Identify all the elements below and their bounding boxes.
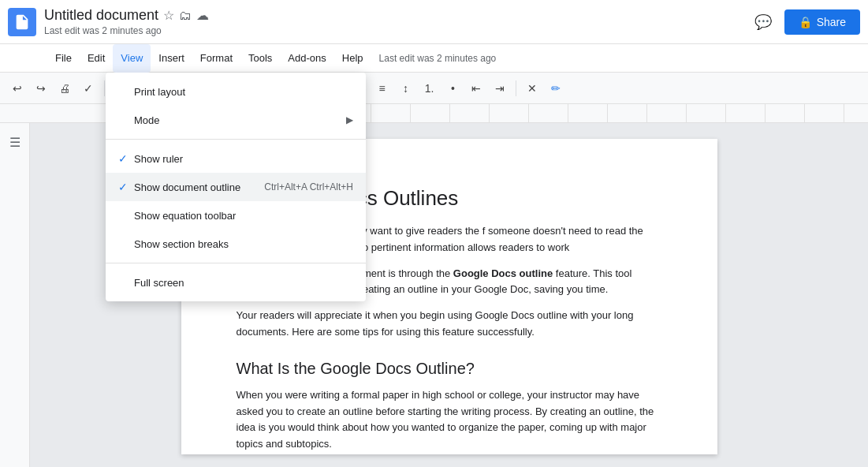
doc-para-2-bold: Google Docs outline — [453, 267, 553, 279]
sidebar-panel: ☰ — [0, 123, 30, 467]
show-outline-label: Show document outline — [134, 181, 248, 193]
share-button[interactable]: 🔒 Share — [784, 9, 860, 35]
doc-heading-2: What Is the Google Docs Outline? — [237, 360, 662, 378]
print-layout-label: Print layout — [134, 86, 353, 98]
show-section-label: Show section breaks — [134, 238, 353, 250]
menu-help[interactable]: Help — [334, 44, 371, 73]
toolbar-divider-1 — [104, 80, 105, 96]
doc-para-4: When you were writing a formal paper in … — [237, 387, 662, 453]
show-ruler-label: Show ruler — [134, 153, 353, 165]
menu-item-show-document-outline[interactable]: ✓ Show document outline Ctrl+Alt+A Ctrl+… — [106, 173, 366, 201]
redo-button[interactable]: ↪ — [30, 77, 52, 99]
menu-insert[interactable]: Insert — [151, 44, 192, 73]
numbered-list-button[interactable]: 1. — [418, 77, 440, 99]
folder-icon[interactable]: 🗂 — [179, 9, 192, 23]
view-menu-dropdown: ✓ Print layout ✓ Mode ▶ ✓ Show ruler ✓ S… — [106, 73, 366, 301]
doc-title: Untitled document — [44, 7, 158, 24]
line-spacing-button[interactable]: ↕ — [394, 77, 416, 99]
menu-item-print-layout[interactable]: ✓ Print layout — [106, 77, 366, 106]
menu-edit[interactable]: Edit — [80, 44, 113, 73]
align-button[interactable]: ≡ — [371, 77, 393, 99]
show-outline-shortcut: Ctrl+Alt+A Ctrl+Alt+H — [264, 181, 353, 192]
menu-item-show-section-breaks[interactable]: ✓ Show section breaks — [106, 230, 366, 258]
clear-format-button[interactable]: ✕ — [521, 77, 543, 99]
last-edit: Last edit was 2 minutes ago — [44, 25, 750, 36]
menu-item-mode[interactable]: ✓ Mode ▶ — [106, 106, 366, 134]
cloud-icon[interactable]: ☁ — [196, 8, 209, 23]
show-ruler-check: ✓ — [118, 152, 134, 165]
separator-1 — [106, 139, 366, 140]
edit-mode-button[interactable]: ✏ — [545, 77, 567, 99]
top-actions: 💬 🔒 Share — [750, 9, 860, 35]
show-equation-label: Show equation toolbar — [134, 210, 353, 222]
last-edit-menubar: Last edit was 2 minutes ago — [379, 53, 497, 64]
lock-icon: 🔒 — [799, 16, 812, 28]
docs-app-icon — [13, 13, 31, 31]
menu-format[interactable]: Format — [192, 44, 240, 73]
star-icon[interactable]: ☆ — [163, 8, 174, 23]
menu-tools[interactable]: Tools — [240, 44, 280, 73]
menu-bar: File Edit View Insert Format Tools Add-o… — [0, 44, 868, 73]
doc-title-row: Untitled document ☆ 🗂 ☁ — [44, 7, 750, 24]
menu-item-show-ruler[interactable]: ✓ Show ruler — [106, 144, 366, 173]
outline-icon[interactable]: ☰ — [4, 131, 26, 153]
app-icon[interactable] — [8, 8, 36, 36]
full-screen-label: Full screen — [134, 277, 353, 289]
undo-button[interactable]: ↩ — [6, 77, 28, 99]
comment-button[interactable]: 💬 — [750, 9, 777, 35]
separator-2 — [106, 263, 366, 263]
mode-submenu-arrow: ▶ — [346, 114, 353, 125]
toolbar-divider-5 — [516, 80, 516, 96]
menu-item-full-screen[interactable]: ✓ Full screen — [106, 268, 366, 297]
menu-item-show-equation-toolbar[interactable]: ✓ Show equation toolbar — [106, 201, 366, 230]
menu-view[interactable]: View — [113, 44, 151, 73]
doc-para-3: Your readers will appreciate it when you… — [237, 308, 662, 341]
menu-addons[interactable]: Add-ons — [280, 44, 333, 73]
spell-check-button[interactable]: ✓ — [77, 77, 99, 99]
mode-label: Mode — [134, 114, 346, 126]
bullet-list-button[interactable]: • — [441, 77, 464, 99]
top-bar: Untitled document ☆ 🗂 ☁ Last edit was 2 … — [0, 0, 868, 44]
indent-increase-button[interactable]: ⇥ — [489, 77, 511, 99]
indent-decrease-button[interactable]: ⇤ — [465, 77, 487, 99]
doc-info: Untitled document ☆ 🗂 ☁ Last edit was 2 … — [44, 7, 750, 36]
menu-file[interactable]: File — [47, 44, 80, 73]
share-label: Share — [817, 16, 846, 28]
print-button[interactable]: 🖨 — [54, 77, 76, 99]
show-outline-check: ✓ — [118, 181, 134, 193]
